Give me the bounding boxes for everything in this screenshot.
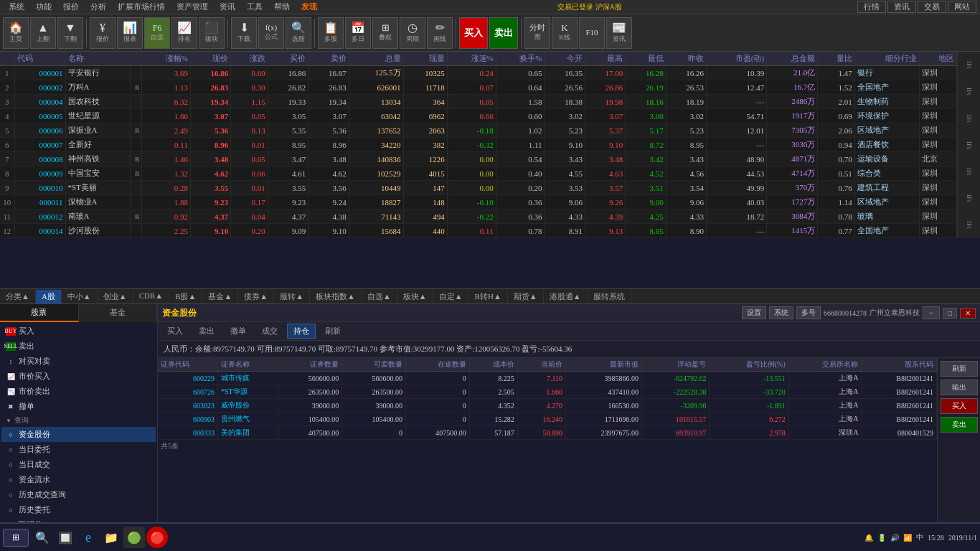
menu-buy[interactable]: BUY 买入 [1,324,156,339]
action-btn-买入[interactable]: 买入 [941,398,978,414]
query-menu-item[interactable]: ○当日委托 [1,442,156,457]
category-tab[interactable]: 板块指数▲ [310,290,362,303]
table-row[interactable]: 12 000014 沙河股份 2.25 9.10 0.20 9.09 9.10 … [0,224,957,238]
category-tab[interactable]: 服转▲ [274,290,310,303]
holdings-row[interactable]: 000333 美的集团 407500.00 0 407500.00 57.187… [158,426,937,440]
taskbar-icon-folder[interactable]: 📁 [100,527,122,548]
taskbar-volume[interactable]: 🔊 [890,534,899,542]
trading-subtab[interactable]: 买入 [161,324,189,339]
category-tab[interactable]: 港股通▲ [544,290,588,303]
toolbar-download[interactable]: ⬇下载 [231,17,257,49]
menu-market-buy[interactable]: 📈 市价买入 [1,369,156,384]
action-btn-刷新[interactable]: 刷新 [941,361,978,377]
toolbar-multiday[interactable]: 📅多日 [345,17,371,49]
toolbar-timeshare[interactable]: 分时图 [524,17,550,49]
toolbar-up[interactable]: ▲上翻 [30,17,56,49]
query-section-header[interactable]: 查询 [1,414,156,427]
table-row[interactable]: 5 000006 深振业A R 2.49 5.36 0.13 5.35 5.36… [0,123,957,138]
query-menu-item[interactable]: ○历史成交查询 [1,487,156,502]
category-tab[interactable]: A股 [36,290,62,303]
query-menu-item[interactable]: ○资金流水 [1,472,156,487]
window-minimize[interactable]: － [923,306,940,319]
table-row[interactable]: 9 000010 *ST美丽 0.28 3.55 0.01 3.55 3.56 … [0,181,957,195]
menu-cancel[interactable]: ✖ 撤单 [1,399,156,414]
menu-item-help[interactable]: 帮助 [268,1,296,12]
toolbar-rank[interactable]: 📈排名 [171,17,197,49]
menu-market-sell[interactable]: 📉 市价卖出 [1,384,156,399]
taskbar-network[interactable]: 📶 [903,534,912,542]
action-btn-输出[interactable]: 输出 [941,380,978,395]
table-row[interactable]: 7 000008 神州高铁 R 1.46 3.48 0.05 3.47 3.48… [0,152,957,166]
taskbar-lang[interactable]: 中 [916,532,923,542]
taskbar-icon-app[interactable]: 🔴 [146,527,168,548]
toolbar-period[interactable]: ◷周期 [400,17,425,49]
menu-item-asset[interactable]: 资产管理 [171,1,214,12]
menu-btn-zixun[interactable]: 资讯 [887,1,916,13]
category-tab[interactable]: 债券▲ [238,290,274,303]
table-row[interactable]: 10 000011 深物业A 1.88 9.23 0.17 9.23 9.24 … [0,195,957,209]
toolbar-select[interactable]: 🔍选股 [286,17,311,49]
category-tab[interactable]: 自定▲ [433,290,469,303]
query-menu-item[interactable]: ○历史委托 [1,502,156,517]
menu-item-tools[interactable]: 工具 [241,1,268,12]
taskbar-icon-browser[interactable]: e [77,527,99,548]
menu-item-function[interactable]: 功能 [30,1,57,12]
holdings-row[interactable]: 600726 *ST华源 263500.00 263500.00 0 2.505… [158,385,937,399]
taskbar-icon-task[interactable]: 🔲 [55,527,76,548]
query-menu-item[interactable]: ○当日成交 [1,457,156,472]
toolbar-multistock[interactable]: 📋多股 [318,17,344,49]
trading-subtab[interactable]: 持仓 [287,324,316,339]
taskbar-notifications[interactable]: 🔔 [864,534,873,542]
category-tab[interactable]: 中小▲ [62,290,98,303]
menu-btn-hangqing[interactable]: 行情 [857,1,886,13]
table-row[interactable]: 4 000005 世纪星源 1.66 3.07 0.05 3.05 3.07 6… [0,109,957,123]
menu-item-analysis[interactable]: 分析 [85,1,112,12]
trading-subtab[interactable]: 卖出 [192,324,221,339]
toolbar-down[interactable]: ▼下翻 [57,17,83,49]
toolbar-formula[interactable]: f(x)公式 [258,17,284,49]
category-tab[interactable]: CDR▲ [133,290,170,303]
toolbar-quote[interactable]: ¥报价 [90,17,116,49]
category-tab[interactable]: B转H▲ [469,290,508,303]
menu-item-market[interactable]: 扩展市场行情 [112,1,171,12]
table-row[interactable]: 6 000007 全新好 0.11 8.96 0.01 8.95 8.96 34… [0,138,957,152]
toolbar-kline[interactable]: KK线 [552,17,578,49]
taskbar-icon-search[interactable]: 🔍 [32,527,53,548]
toolbar-report[interactable]: 📊报表 [117,17,143,49]
toolbar-sell[interactable]: 卖出 [489,17,518,49]
window-close[interactable]: ✕ [960,308,976,319]
system-btn[interactable]: 系统 [769,306,793,319]
menu-item-system[interactable]: 系统 [3,1,30,12]
window-maximize[interactable]: □ [943,308,957,319]
toolbar-home[interactable]: 🏠主页 [3,17,29,49]
multi-btn[interactable]: 多号 [796,306,821,319]
trading-subtab[interactable]: 撤单 [224,324,253,339]
start-button[interactable]: ⊞ [3,529,29,547]
menu-item-discover[interactable]: 发现 [296,1,323,12]
action-btn-卖出[interactable]: 卖出 [941,417,978,433]
trading-subtab[interactable]: 刷新 [319,324,347,339]
menu-btn-wangzhan[interactable]: 网站 [948,1,976,13]
menu-dual-trade[interactable]: ↕ 对买对卖 [1,354,156,369]
holdings-row[interactable]: 600903 贵州燃气 105400.00 105400.00 0 15.282… [158,413,937,426]
table-row[interactable]: 3 000004 国农科技 6.32 19.34 1.15 19.33 19.3… [0,95,957,109]
category-tab[interactable]: 创业▲ [98,290,133,303]
menu-sell[interactable]: SELL 卖出 [1,339,156,354]
table-row[interactable]: 2 000002 万科A R 1.13 26.83 0.30 26.82 26.… [0,80,957,95]
toolbar-watchlist[interactable]: F6自选 [144,17,170,49]
settings-btn[interactable]: 设置 [742,306,766,319]
category-tab[interactable]: 自选▲ [362,290,397,303]
tab-funds[interactable]: 基金 [79,304,158,322]
category-tab[interactable]: 板块▲ [397,290,433,303]
toolbar-draw[interactable]: ✏画线 [427,17,453,49]
toolbar-news[interactable]: 📰资讯 [606,17,632,49]
toolbar-buy[interactable]: 买入 [459,17,488,49]
category-tab[interactable]: 分类▲ [0,290,36,303]
category-tab[interactable]: 基金▲ [202,290,238,303]
menu-btn-jiaoyi[interactable]: 交易 [918,1,946,13]
query-menu-item[interactable]: ○资金股份 [1,427,156,442]
scrollbar-column[interactable]: IFt IFt IFt IFt IFt IFt IFt [957,52,980,238]
table-row[interactable]: 1 000001 平安银行 3.69 16.86 0.60 16.86 16.8… [0,66,957,80]
toolbar-sector[interactable]: ⬛板块 [199,17,225,49]
table-row[interactable]: 8 000009 中国宝安 R 1.32 4.62 0.06 4.61 4.62… [0,166,957,181]
